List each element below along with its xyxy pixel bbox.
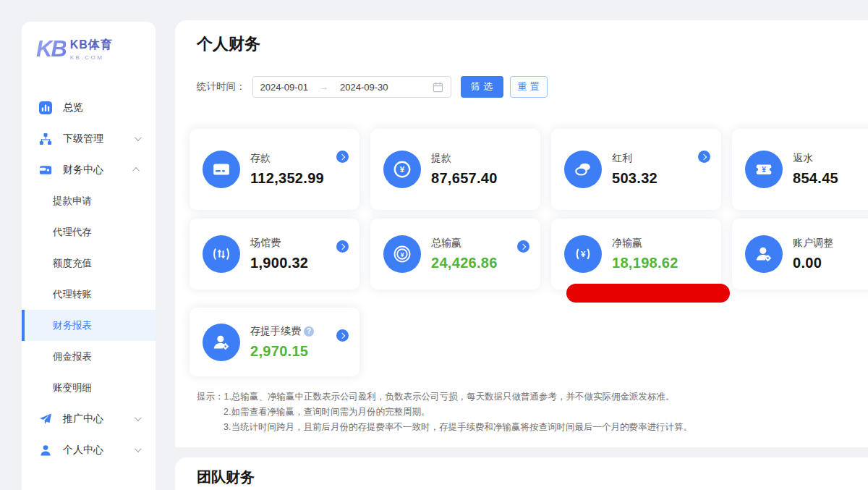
team-finance-title: 团队财务 [197,468,255,487]
stat-card-value: 24,426.86 [431,255,498,271]
sidebar-item-label: 提款申请 [53,195,92,208]
stat-card-label: 账户调整 [793,237,833,250]
svg-text:¥: ¥ [400,251,404,258]
overview-icon [39,101,52,114]
stat-card-handling-fee[interactable]: 存提手续费 ? 2,970.15 [190,308,359,376]
sidebar-item-quota-recharge[interactable]: 额度充值 [22,248,156,279]
sidebar-item-subordinate-management[interactable]: 下级管理 [22,123,156,154]
stat-card-value: 2,970.15 [250,343,314,360]
help-icon[interactable]: ? [304,326,314,337]
sidebar-item-label: 代理代存 [53,226,92,239]
sidebar-item-label: 账变明细 [53,381,92,394]
notes-prefix: 提示： [197,392,224,402]
sidebar-item-overview[interactable]: 总览 [22,92,156,123]
sidebar-menu: 总览 下级管理 财务中心 提款申请 代理代存 额度充值 代理转账 财务报表 佣金… [22,92,156,465]
stat-card-rebate[interactable]: ¥ 返水 854.45 [732,129,868,210]
logo-title: KB体育 [70,38,113,53]
total-winloss-card-icon: ¥ [383,235,421,273]
sidebar-item-label: 总览 [63,101,83,114]
team-finance-panel: 团队财务 [175,457,868,490]
calendar-icon[interactable] [433,82,443,93]
chevron-right-icon[interactable] [336,240,349,253]
sidebar-item-label: 下级管理 [63,132,103,145]
chevron-right-icon[interactable] [336,151,349,163]
stat-card-account-adjustment[interactable]: 账户调整 0.00 [732,219,868,290]
stat-card-withdrawal[interactable]: ¥ 提款 87,657.40 [370,129,540,210]
stat-card-label: 存款 [250,152,324,165]
stat-card-value: 87,657.40 [431,170,498,187]
page-title: 个人财务 [197,33,260,55]
deposit-card-icon [203,151,240,188]
stat-card-value: 854.45 [793,170,838,187]
sidebar-item-label: 财务中心 [63,164,103,177]
stat-cards-row-3: 存提手续费 ? 2,970.15 [190,308,359,376]
sidebar-item-label: 个人中心 [63,444,103,457]
chevron-right-icon[interactable] [336,329,349,342]
personal-finance-panel: 个人财务 统计时间： 2024-09-01 → 2024-09-30 筛选 重置… [175,20,868,447]
start-date-value[interactable]: 2024-09-01 [260,82,309,93]
svg-text:¥: ¥ [762,166,766,174]
notes: 提示：1.总输赢、净输赢中正数表示公司盈利，负数表示公司亏损，每天数据只做普通参… [197,389,692,435]
sidebar-item-withdrawal-request[interactable]: 提款申请 [22,185,156,216]
svg-text:¥: ¥ [581,250,586,258]
sidebar-item-label: 佣金报表 [53,350,92,363]
chevron-right-icon[interactable] [698,151,710,163]
filter-button[interactable]: 筛选 [461,76,503,98]
stat-card-net-winloss[interactable]: ¥ 净输赢 18,198.62 [551,219,721,290]
sidebar-item-label: 额度充值 [53,257,92,270]
red-highlight-marker [566,284,730,303]
note-line-2: 2.如需查看净输赢，查询时间需为月份的完整周期。 [197,405,692,420]
bonus-card-icon [564,151,602,188]
sidebar-item-commission-report[interactable]: 佣金报表 [22,341,156,372]
net-winloss-card-icon: ¥ [564,235,602,273]
sidebar-item-financial-report[interactable]: 财务报表 [22,310,156,341]
stat-card-label: 提款 [431,152,498,165]
stat-card-label: 总输赢 [431,237,498,250]
svg-text:¥: ¥ [400,164,405,174]
sidebar: KB KB体育 KB.COM 总览 下级管理 财务中心 提款申请 代理代存 额度… [22,22,156,490]
stat-card-bonus[interactable]: 红利 503.32 [551,129,721,210]
stat-card-label: 红利 [612,152,658,165]
sidebar-item-label: 财务报表 [53,319,92,332]
stat-cards-row-2: 场馆费 1,900.32 ¥ 总输赢 24,426.86 ¥ 净输赢 18,19… [190,219,868,290]
note-line-3: 3.当统计时间跨月，且前后月份的存提费率不一致时，存提手续费和净输赢将按查询时间… [197,420,692,435]
stat-card-label: 存提手续费 [250,325,301,338]
stat-card-value: 112,352.99 [250,170,324,187]
account-adjustment-card-icon [745,235,783,273]
rebate-card-icon: ¥ [745,151,783,188]
stat-card-value: 503.32 [612,170,658,187]
sidebar-item-account-change-details[interactable]: 账变明细 [22,372,156,403]
stat-card-value: 0.00 [793,255,833,271]
handling-fee-card-icon [203,324,240,361]
sidebar-item-promotion-center[interactable]: 推广中心 [22,403,156,434]
chevron-right-icon[interactable] [517,240,529,253]
chevron-up-icon [132,167,140,174]
stat-card-label: 返水 [793,152,838,165]
date-range-input[interactable]: 2024-09-01 → 2024-09-30 [252,76,451,98]
stat-card-total-winloss[interactable]: ¥ 总输赢 24,426.86 [370,219,540,290]
venue-fee-card-icon [203,235,240,273]
filter-label: 统计时间： [197,80,246,93]
sidebar-item-finance-center[interactable]: 财务中心 [22,154,156,185]
reset-button[interactable]: 重置 [510,76,548,98]
sidebar-item-agent-deposit[interactable]: 代理代存 [22,216,156,248]
sidebar-item-personal-center[interactable]: 个人中心 [22,434,156,465]
stat-card-venue-fee[interactable]: 场馆费 1,900.32 [190,219,359,290]
stat-card-label: 净输赢 [612,237,678,250]
sidebar-item-agent-transfer[interactable]: 代理转账 [22,279,156,310]
stat-card-deposit[interactable]: 存款 112,352.99 [190,129,359,210]
org-icon [39,132,52,145]
sidebar-item-label: 代理转账 [53,288,92,301]
sidebar-item-label: 推广中心 [63,413,103,426]
logo-subtitle: KB.COM [70,54,113,61]
user-icon [39,444,52,457]
date-range-arrow-icon: → [320,82,328,92]
app-logo: KB KB体育 KB.COM [22,22,156,62]
stat-cards-row-1: 存款 112,352.99 ¥ 提款 87,657.40 红利 503.32 ¥… [190,129,868,210]
logo-mark: KB [36,36,66,62]
chevron-down-icon [135,134,142,141]
stat-card-value: 18,198.62 [612,255,678,271]
promotion-icon [39,413,52,426]
end-date-value[interactable]: 2024-09-30 [340,82,388,93]
note-line-1: 1.总输赢、净输赢中正数表示公司盈利，负数表示公司亏损，每天数据只做普通参考，并… [224,392,675,402]
